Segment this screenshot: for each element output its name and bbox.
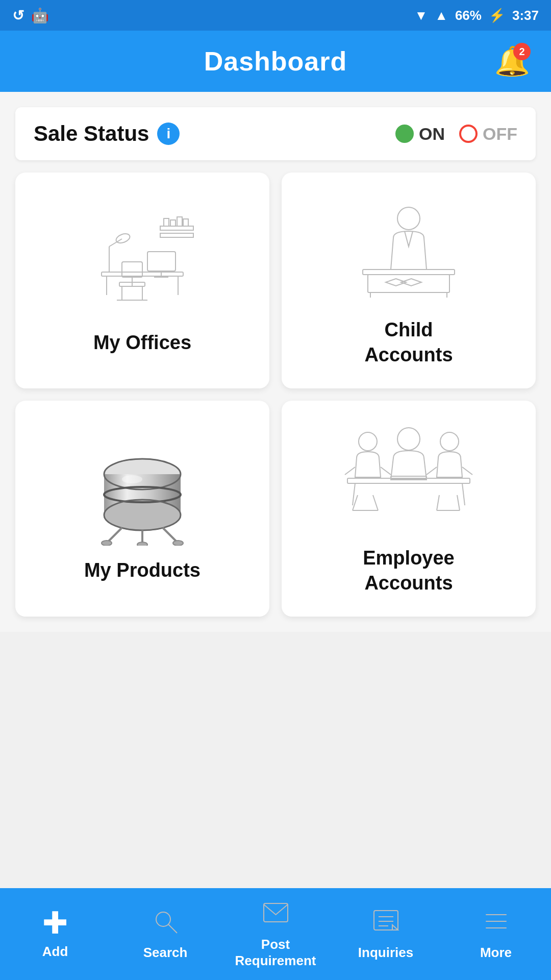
svg-point-34 xyxy=(122,475,142,483)
employee-accounts-icon xyxy=(342,421,475,533)
inquiries-icon xyxy=(372,908,400,940)
sale-status-bar: Sale Status i ON OFF xyxy=(15,107,536,160)
svg-rect-17 xyxy=(164,218,169,226)
sale-status-right: ON OFF xyxy=(395,124,517,144)
child-accounts-label: Child Accounts xyxy=(364,317,453,368)
grid-item-my-offices[interactable]: My Offices xyxy=(15,173,269,388)
nav-add[interactable]: ✚ Add xyxy=(0,888,110,980)
on-indicator xyxy=(395,125,414,143)
child-accounts-icon xyxy=(342,193,475,305)
svg-rect-16 xyxy=(160,233,193,237)
svg-line-47 xyxy=(427,467,437,475)
nav-more[interactable]: More xyxy=(441,888,551,980)
svg-line-51 xyxy=(462,483,465,505)
svg-point-39 xyxy=(137,542,147,546)
off-indicator xyxy=(459,125,478,143)
svg-point-44 xyxy=(397,428,420,450)
nav-inquiries-label: Inquiries xyxy=(358,945,413,961)
my-offices-icon xyxy=(76,206,209,318)
more-icon xyxy=(482,908,510,940)
svg-line-55 xyxy=(437,495,439,510)
my-products-label: My Products xyxy=(84,558,201,583)
svg-rect-15 xyxy=(160,226,193,230)
nav-post-requirement-label: Post Requirement xyxy=(235,937,316,968)
battery-percent: 66% xyxy=(455,8,482,23)
header: Dashboard 🔔 2 xyxy=(0,31,551,92)
notification-button[interactable]: 🔔 2 xyxy=(492,41,533,82)
nav-search[interactable]: Search xyxy=(110,888,220,980)
bottom-nav: ✚ Add Search Post Requirement xyxy=(0,888,551,980)
svg-point-38 xyxy=(102,541,112,546)
grid-item-child-accounts[interactable]: Child Accounts xyxy=(282,173,536,388)
on-label: ON xyxy=(419,124,445,144)
status-off[interactable]: OFF xyxy=(459,124,517,144)
svg-marker-25 xyxy=(401,279,421,286)
main-content: Sale Status i ON OFF xyxy=(0,92,551,632)
svg-point-40 xyxy=(173,541,183,546)
status-bar-left: ↺ 🤖 xyxy=(12,7,49,24)
svg-line-56 xyxy=(457,495,460,510)
nav-add-label: Add xyxy=(42,944,68,960)
sale-status-left: Sale Status i xyxy=(34,121,180,146)
my-offices-label: My Offices xyxy=(93,330,191,355)
svg-line-59 xyxy=(168,924,177,933)
svg-rect-19 xyxy=(177,217,182,226)
my-products-icon xyxy=(76,433,209,546)
clock: 3:37 xyxy=(512,8,539,23)
search-icon xyxy=(152,908,180,940)
svg-rect-22 xyxy=(363,270,455,275)
svg-marker-24 xyxy=(386,279,406,286)
post-requirement-icon xyxy=(262,899,290,932)
refresh-icon: ↺ xyxy=(12,7,24,24)
svg-point-46 xyxy=(440,432,459,451)
svg-line-50 xyxy=(353,483,355,505)
wifi-icon: ▼ xyxy=(414,8,428,23)
svg-point-14 xyxy=(115,232,131,244)
svg-rect-20 xyxy=(183,219,188,226)
status-on[interactable]: ON xyxy=(395,124,445,144)
svg-line-48 xyxy=(462,467,472,475)
signal-icon: ▲ xyxy=(435,8,448,23)
dashboard-grid: My Offices xyxy=(15,173,536,617)
off-label: OFF xyxy=(483,124,517,144)
nav-search-label: Search xyxy=(143,945,188,961)
svg-rect-9 xyxy=(147,252,176,271)
svg-line-53 xyxy=(373,495,378,510)
svg-rect-18 xyxy=(170,220,176,226)
status-bar-right: ▼ ▲ 66% ⚡ 3:37 xyxy=(414,8,539,23)
nav-post-requirement[interactable]: Post Requirement xyxy=(220,888,331,980)
add-icon: ✚ xyxy=(42,908,68,939)
svg-rect-8 xyxy=(122,262,142,277)
svg-rect-60 xyxy=(264,903,288,922)
page-title: Dashboard xyxy=(204,46,347,77)
svg-line-42 xyxy=(345,467,355,475)
svg-line-43 xyxy=(381,467,391,475)
info-icon[interactable]: i xyxy=(157,122,180,145)
nav-inquiries[interactable]: Inquiries xyxy=(331,888,441,980)
nav-more-label: More xyxy=(480,945,512,961)
svg-point-41 xyxy=(359,432,377,451)
notification-badge: 2 xyxy=(513,43,531,60)
status-bar: ↺ 🤖 ▼ ▲ 66% ⚡ 3:37 xyxy=(0,0,551,31)
svg-point-21 xyxy=(397,207,420,230)
employee-accounts-label: Employee Accounts xyxy=(363,546,455,596)
svg-rect-23 xyxy=(368,275,449,292)
svg-marker-65 xyxy=(392,925,398,930)
android-icon: 🤖 xyxy=(31,7,49,24)
sale-status-label: Sale Status xyxy=(34,121,149,146)
svg-point-58 xyxy=(156,912,170,926)
grid-item-my-products[interactable]: My Products xyxy=(15,401,269,617)
battery-icon: ⚡ xyxy=(489,8,505,23)
grid-item-employee-accounts[interactable]: Employee Accounts xyxy=(282,401,536,617)
